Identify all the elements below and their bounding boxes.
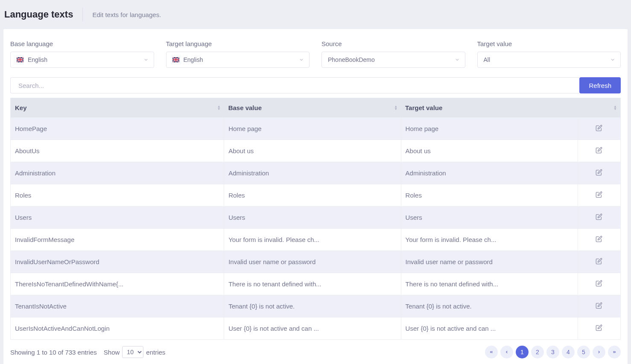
- divider: [82, 8, 83, 21]
- cell-action: [578, 118, 620, 140]
- chevron-down-icon: [143, 57, 149, 62]
- cell-target: There is no tenant defined with...: [401, 273, 578, 295]
- cell-target: Your form is invalid. Please ch...: [401, 229, 578, 251]
- cell-base: Invalid user name or password: [224, 251, 401, 273]
- chevron-down-icon: [455, 57, 460, 62]
- table-row: RolesRolesRoles: [11, 184, 621, 207]
- filters-row: Base language English Target language En…: [10, 40, 621, 68]
- cell-action: [578, 207, 620, 229]
- show-label: Show: [104, 349, 120, 356]
- page-last-button[interactable]: [608, 346, 621, 358]
- search-row: Refresh: [10, 77, 621, 93]
- table-row: HomePageHome pageHome page: [11, 118, 621, 140]
- table-row: AboutUsAbout usAbout us: [11, 140, 621, 162]
- cell-base: Tenant {0} is not active.: [224, 295, 401, 317]
- cell-action: [578, 229, 620, 251]
- page-3-button[interactable]: 3: [546, 346, 559, 358]
- page-next-button[interactable]: [593, 346, 605, 358]
- target-value-value: All: [484, 56, 491, 63]
- cell-key: AboutUs: [11, 140, 224, 162]
- target-language-filter: Target language English: [166, 40, 310, 68]
- sort-icon: ▲▼: [613, 105, 617, 111]
- showing-text: Showing 1 to 10 of 733 entries: [10, 349, 97, 356]
- source-value: PhoneBookDemo: [328, 56, 375, 63]
- base-language-select[interactable]: English: [10, 52, 154, 68]
- table-row: ThereIsNoTenantDefinedWithName{...There …: [11, 273, 621, 295]
- chevron-down-icon: [299, 57, 304, 62]
- cell-action: [578, 273, 620, 295]
- search-input[interactable]: [10, 77, 579, 93]
- target-language-select[interactable]: English: [166, 52, 310, 68]
- cell-key: Roles: [11, 184, 224, 207]
- pagination: 12345: [485, 346, 621, 358]
- edit-icon[interactable]: [596, 213, 602, 220]
- page-first-button[interactable]: [485, 346, 498, 358]
- cell-target: Administration: [401, 162, 578, 184]
- cell-base: Home page: [224, 118, 401, 140]
- edit-icon[interactable]: [596, 302, 602, 309]
- page-prev-button[interactable]: [500, 346, 513, 358]
- refresh-button[interactable]: Refresh: [579, 77, 621, 93]
- base-language-filter: Base language English: [10, 40, 154, 68]
- target-value-select[interactable]: All: [477, 52, 621, 68]
- uk-flag-icon: [17, 57, 23, 62]
- table-row: AdministrationAdministrationAdministrati…: [11, 162, 621, 184]
- cell-action: [578, 184, 620, 207]
- cell-key: InvalidUserNameOrPassword: [11, 251, 224, 273]
- page-header: Language texts Edit texts for languages.: [0, 0, 631, 29]
- sort-icon: ▲▼: [394, 105, 397, 111]
- page-2-button[interactable]: 2: [531, 346, 544, 358]
- target-value-filter: Target value All: [477, 40, 621, 68]
- col-header-base[interactable]: Base value▲▼: [224, 98, 401, 118]
- edit-icon[interactable]: [596, 191, 602, 198]
- footer-info: Showing 1 to 10 of 733 entries Show 10 e…: [10, 346, 165, 358]
- col-header-key[interactable]: Key▲▼: [11, 98, 224, 118]
- cell-key: UserIsNotActiveAndCanNotLogin: [11, 317, 224, 340]
- cell-key: Administration: [11, 162, 224, 184]
- page-5-button[interactable]: 5: [577, 346, 590, 358]
- cell-target: About us: [401, 140, 578, 162]
- edit-icon[interactable]: [596, 147, 602, 154]
- cell-action: [578, 295, 620, 317]
- cell-base: About us: [224, 140, 401, 162]
- source-select[interactable]: PhoneBookDemo: [321, 52, 465, 68]
- edit-icon[interactable]: [596, 324, 602, 331]
- source-label: Source: [321, 40, 465, 47]
- chevron-down-icon: [610, 57, 615, 62]
- edit-icon[interactable]: [596, 280, 602, 287]
- table-row: TenantIsNotActiveTenant {0} is not activ…: [11, 295, 621, 317]
- edit-icon[interactable]: [596, 236, 602, 242]
- page-1-button[interactable]: 1: [516, 346, 529, 358]
- cell-action: [578, 251, 620, 273]
- target-language-label: Target language: [166, 40, 310, 47]
- cell-key: HomePage: [11, 118, 224, 140]
- source-filter: Source PhoneBookDemo: [321, 40, 465, 68]
- cell-action: [578, 140, 620, 162]
- cell-base: Users: [224, 207, 401, 229]
- table-footer: Showing 1 to 10 of 733 entries Show 10 e…: [10, 346, 621, 358]
- edit-icon[interactable]: [596, 125, 602, 131]
- col-header-target[interactable]: Target value▲▼: [401, 98, 620, 118]
- cell-target: Tenant {0} is not active.: [401, 295, 578, 317]
- page-size-select[interactable]: 10: [122, 346, 143, 358]
- page-4-button[interactable]: 4: [562, 346, 575, 358]
- sort-icon: ▲▼: [217, 105, 221, 111]
- cell-target: Invalid user name or password: [401, 251, 578, 273]
- edit-icon[interactable]: [596, 258, 602, 265]
- cell-target: Roles: [401, 184, 578, 207]
- cell-base: Administration: [224, 162, 401, 184]
- edit-icon[interactable]: [596, 169, 602, 176]
- cell-base: There is no tenant defined with...: [224, 273, 401, 295]
- cell-key: ThereIsNoTenantDefinedWithName{...: [11, 273, 224, 295]
- cell-key: InvalidFormMessage: [11, 229, 224, 251]
- base-language-value: English: [28, 56, 47, 63]
- table-row: UserIsNotActiveAndCanNotLoginUser {0} is…: [11, 317, 621, 340]
- target-language-value: English: [184, 56, 203, 63]
- page-title: Language texts: [4, 9, 82, 20]
- base-language-label: Base language: [10, 40, 154, 47]
- cell-base: Your form is invalid. Please ch...: [224, 229, 401, 251]
- table-row: InvalidFormMessageYour form is invalid. …: [11, 229, 621, 251]
- texts-table: Key▲▼ Base value▲▼ Target value▲▼ HomePa…: [10, 98, 621, 340]
- cell-base: User {0} is not active and can ...: [224, 317, 401, 340]
- cell-base: Roles: [224, 184, 401, 207]
